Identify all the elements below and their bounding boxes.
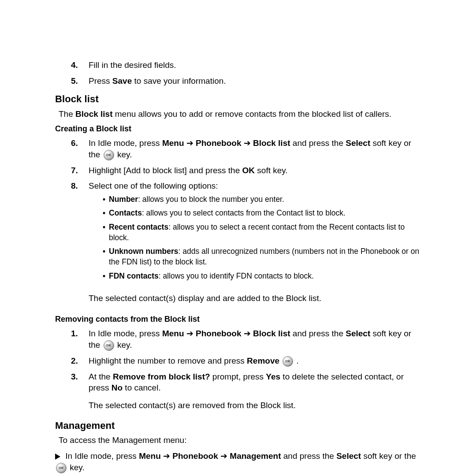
bullet-fdn-contacts: FDN contacts: allows you to identify FDN… (109, 271, 423, 282)
top-steps-list: 4. Fill in the desired fields. 5. Press … (55, 60, 423, 86)
removing-steps: 1. In Idle mode, press Menu ➔ Phonebook … (55, 328, 423, 411)
creating-steps: 6. In Idle mode, press Menu ➔ Phonebook … (55, 138, 423, 285)
step-number: 8. (55, 180, 86, 285)
bullet-unknown-numbers: Unknown numbers: adds all unrecognized n… (109, 246, 423, 267)
ok-key-icon (283, 356, 293, 367)
step-text: In Idle mode, press Menu ➔ Phonebook ➔ B… (86, 138, 423, 160)
remove-step-1: 1. In Idle mode, press Menu ➔ Phonebook … (55, 328, 423, 351)
step-number: 1. (55, 328, 86, 351)
ok-key-icon (56, 463, 67, 473)
removing-result-text: The selected contact(s) are removed from… (89, 400, 423, 411)
manual-page: 4. Fill in the desired fields. 5. Press … (0, 0, 476, 476)
step-8: 8. Select one of the following options: … (55, 180, 423, 285)
bullet-number: Number: allows you to block the number y… (109, 194, 423, 205)
remove-step-2: 2. Highlight the number to remove and pr… (55, 355, 423, 367)
step-text: Press Save to save your information. (86, 75, 423, 87)
step-text: Select one of the following options: Num… (86, 180, 423, 285)
heading-block-list: Block list (55, 93, 423, 106)
bullet-contacts: Contacts: allows you to select contacts … (109, 208, 423, 219)
ok-key-icon (104, 340, 114, 351)
step-text: At the Remove from block list? prompt, p… (86, 371, 423, 411)
step-number: 5. (55, 75, 86, 87)
step-6: 6. In Idle mode, press Menu ➔ Phonebook … (55, 138, 423, 160)
block-list-intro: The Block list menu allows you to add or… (59, 108, 423, 120)
step-text: Highlight the number to remove and press… (86, 355, 423, 367)
step-text: Highlight [Add to block list] and press … (86, 165, 423, 176)
step-5: 5. Press Save to save your information. (55, 75, 423, 87)
options-bullets: Number: allows you to block the number y… (89, 194, 423, 281)
heading-removing-block-list: Removing contacts from the Block list (55, 314, 423, 324)
management-intro: To access the Management menu: (59, 435, 423, 446)
heading-management: Management (55, 419, 423, 432)
step-text: Fill in the desired fields. (86, 60, 423, 71)
step-number: 3. (55, 371, 86, 411)
step-4: 4. Fill in the desired fields. (55, 60, 423, 71)
creating-result-text: The selected contact(s) display and are … (89, 293, 423, 304)
triangle-bullet-icon (55, 454, 60, 460)
ok-key-icon (104, 150, 114, 160)
step-number: 4. (55, 60, 86, 71)
step-number: 6. (55, 138, 86, 160)
bullet-recent-contacts: Recent contacts: allows you to select a … (109, 222, 423, 243)
step-text: In Idle mode, press Menu ➔ Phonebook ➔ B… (86, 328, 423, 351)
step-number: 2. (55, 355, 86, 367)
management-step: In Idle mode, press Menu ➔ Phonebook ➔ M… (55, 450, 423, 473)
step-number: 7. (55, 165, 86, 176)
heading-creating-block-list: Creating a Block list (55, 123, 423, 134)
step-7: 7. Highlight [Add to block list] and pre… (55, 165, 423, 176)
remove-step-3: 3. At the Remove from block list? prompt… (55, 371, 423, 411)
